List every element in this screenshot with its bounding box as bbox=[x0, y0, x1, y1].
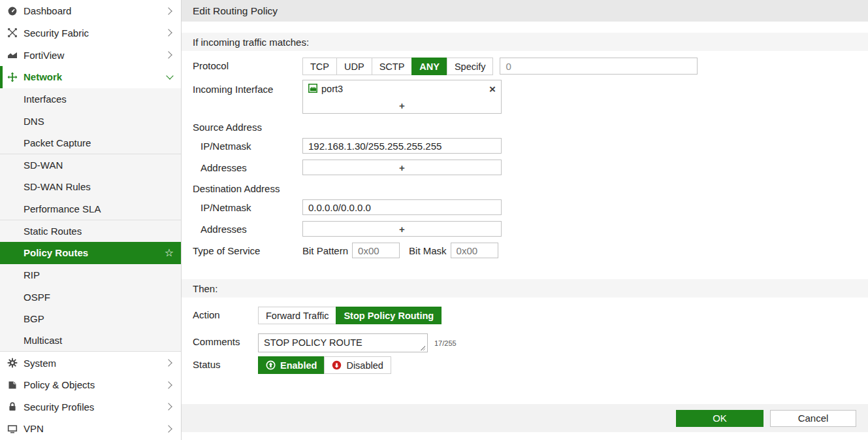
sidebar-item-label: DNS bbox=[24, 116, 44, 127]
page-title: Edit Routing Policy bbox=[193, 5, 278, 17]
fortigate-app: Dashboard Security Fabric FortiView Netw… bbox=[0, 0, 868, 440]
bit-mask-label: Bit Mask bbox=[409, 245, 447, 256]
action-option-stop-policy-routing[interactable]: Stop Policy Routing bbox=[336, 307, 442, 324]
remove-interface-icon[interactable]: × bbox=[489, 84, 496, 95]
type-of-service-row: Type of Service Bit Pattern Bit Mask bbox=[193, 243, 868, 258]
destination-ip-input[interactable] bbox=[302, 199, 502, 215]
sidebar-item-label: Interfaces bbox=[24, 93, 67, 105]
protocol-label: Protocol bbox=[193, 58, 302, 71]
type-of-service-label: Type of Service bbox=[193, 243, 302, 256]
page-title-bar: Edit Routing Policy bbox=[182, 0, 868, 22]
sidebar-item-network[interactable]: Network bbox=[0, 66, 181, 88]
comments-char-counter: 17/255 bbox=[434, 339, 457, 347]
sidebar-item-label: Performance SLA bbox=[24, 203, 101, 214]
bit-pattern-label: Bit Pattern bbox=[302, 245, 348, 256]
sidebar-item-security-fabric[interactable]: Security Fabric bbox=[0, 22, 181, 44]
sidebar-item-policy-routes[interactable]: Policy Routes ☆ bbox=[0, 242, 181, 264]
destination-addresses-label: Addresses bbox=[193, 221, 302, 235]
sidebar-item-policy-objects[interactable]: Policy & Objects bbox=[0, 374, 181, 396]
sidebar-item-label: SD-WAN bbox=[24, 160, 63, 171]
sidebar-item-static-routes[interactable]: Static Routes bbox=[0, 220, 181, 242]
chevron-right-icon bbox=[165, 403, 172, 411]
sidebar-item-dns[interactable]: DNS bbox=[0, 110, 181, 132]
protocol-option-tcp[interactable]: TCP bbox=[302, 58, 337, 75]
sidebar-item-label: Policy Routes bbox=[24, 247, 88, 258]
status-option-label: Disabled bbox=[346, 360, 383, 371]
bit-pattern-input[interactable] bbox=[352, 243, 400, 258]
action-segmented-control: Forward Traffic Stop Policy Routing bbox=[258, 307, 442, 324]
add-source-address-button[interactable]: + bbox=[302, 160, 502, 175]
sidebar-item-vpn[interactable]: VPN bbox=[0, 418, 181, 440]
protocol-number-input[interactable] bbox=[500, 58, 698, 75]
sidebar-item-packet-capture[interactable]: Packet Capture bbox=[0, 132, 181, 154]
sidebar-item-label: FortiView bbox=[24, 50, 64, 61]
chevron-right-icon bbox=[165, 7, 172, 14]
main-content: Edit Routing Policy If incoming traffic … bbox=[182, 0, 868, 440]
incoming-interface-row: Incoming Interface port3 × + bbox=[193, 80, 868, 114]
favorite-star-icon[interactable]: ☆ bbox=[165, 246, 174, 259]
chevron-right-icon bbox=[165, 29, 172, 37]
sidebar-item-label: Network bbox=[24, 71, 62, 82]
sidebar-item-fortiview[interactable]: FortiView bbox=[0, 44, 181, 66]
sidebar-item-label: RIP bbox=[24, 269, 40, 280]
sidebar-item-label: SD-WAN Rules bbox=[24, 181, 91, 192]
status-option-label: Enabled bbox=[280, 360, 317, 371]
incoming-interface-picker: port3 × + bbox=[302, 80, 502, 114]
sidebar-item-label: OSPF bbox=[24, 292, 50, 303]
sidebar-item-dashboard[interactable]: Dashboard bbox=[0, 0, 181, 22]
ethernet-port-icon bbox=[308, 84, 317, 95]
source-address-group-label: Source Address bbox=[193, 122, 868, 133]
sidebar-item-rip[interactable]: RIP bbox=[0, 264, 181, 286]
sidebar-item-performance-sla[interactable]: Performance SLA bbox=[0, 198, 181, 220]
protocol-option-udp[interactable]: UDP bbox=[336, 58, 372, 75]
action-row: Action Forward Traffic Stop Policy Routi… bbox=[193, 307, 868, 324]
add-destination-address-button[interactable]: + bbox=[302, 221, 502, 237]
add-interface-button[interactable]: + bbox=[303, 97, 501, 113]
cancel-button[interactable]: Cancel bbox=[770, 410, 856, 427]
protocol-row: Protocol TCP UDP SCTP ANY Specify bbox=[193, 58, 868, 75]
chevron-right-icon bbox=[165, 425, 172, 432]
status-option-enabled[interactable]: Enabled bbox=[258, 356, 325, 374]
chevron-right-icon bbox=[165, 359, 172, 366]
gauge-icon bbox=[7, 6, 18, 16]
circle-arrow-up-icon bbox=[266, 360, 276, 370]
bit-mask-input[interactable] bbox=[451, 243, 498, 258]
protocol-option-sctp[interactable]: SCTP bbox=[372, 58, 413, 75]
source-addresses-row: Addresses + bbox=[193, 160, 868, 175]
sidebar-item-label: Policy & Objects bbox=[24, 379, 95, 390]
comments-field: STOP POLICY ROUTE 17/255 bbox=[258, 333, 457, 352]
status-option-disabled[interactable]: Disabled bbox=[324, 356, 391, 374]
ok-button[interactable]: OK bbox=[676, 410, 764, 427]
lock-icon bbox=[7, 401, 18, 412]
destination-ip-row: IP/Netmask bbox=[193, 199, 868, 215]
sidebar-item-interfaces[interactable]: Interfaces bbox=[0, 88, 181, 110]
chevron-right-icon bbox=[165, 381, 172, 388]
source-ip-label: IP/Netmask bbox=[193, 138, 302, 152]
source-ip-input[interactable] bbox=[302, 138, 502, 154]
sidebar-item-system[interactable]: System bbox=[0, 352, 181, 374]
circle-arrow-down-icon bbox=[332, 360, 342, 370]
source-ip-row: IP/Netmask bbox=[193, 138, 868, 154]
sidebar-item-ospf[interactable]: OSPF bbox=[0, 286, 181, 308]
monitor-icon bbox=[7, 424, 18, 434]
sidebar-item-security-profiles[interactable]: Security Profiles bbox=[0, 396, 181, 418]
area-chart-icon bbox=[7, 50, 18, 60]
comments-textarea[interactable]: STOP POLICY ROUTE bbox=[258, 333, 428, 352]
chevron-down-icon bbox=[166, 73, 173, 80]
move-arrows-icon bbox=[7, 72, 18, 82]
protocol-segmented-control: TCP UDP SCTP ANY Specify bbox=[302, 58, 493, 75]
comments-row: Comments STOP POLICY ROUTE 17/255 bbox=[193, 333, 868, 352]
action-option-forward-traffic[interactable]: Forward Traffic bbox=[258, 307, 336, 324]
sidebar-item-multicast[interactable]: Multicast bbox=[0, 330, 181, 352]
sidebar: Dashboard Security Fabric FortiView Netw… bbox=[0, 0, 182, 440]
sidebar-item-bgp[interactable]: BGP bbox=[0, 308, 181, 330]
selected-interface-entry[interactable]: port3 × bbox=[303, 80, 501, 97]
protocol-option-any[interactable]: ANY bbox=[411, 58, 447, 75]
sidebar-item-sd-wan-rules[interactable]: SD-WAN Rules bbox=[0, 176, 181, 198]
gear-icon bbox=[7, 358, 18, 368]
protocol-option-specify[interactable]: Specify bbox=[447, 58, 494, 75]
section-title: If incoming traffic matches: bbox=[193, 37, 309, 48]
sidebar-item-sd-wan[interactable]: SD-WAN bbox=[0, 154, 181, 176]
sidebar-item-label: Packet Capture bbox=[24, 137, 91, 148]
sidebar-item-label: System bbox=[24, 358, 56, 369]
